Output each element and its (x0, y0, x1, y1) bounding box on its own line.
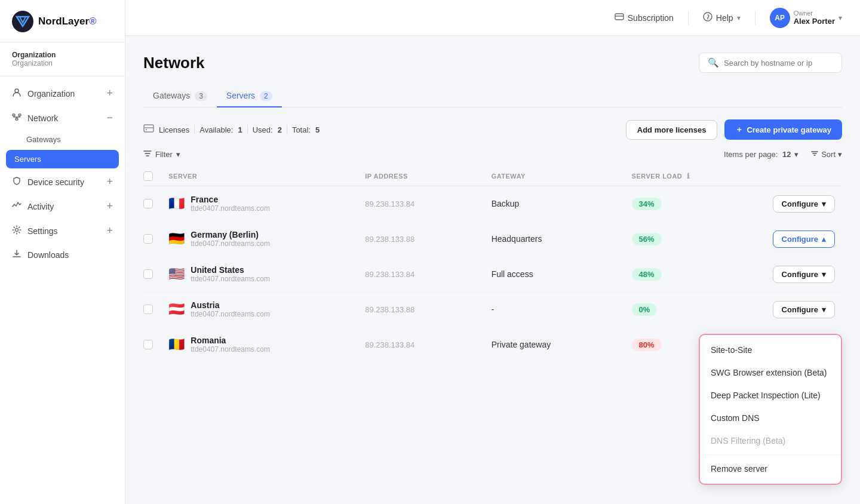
user-menu-btn[interactable]: AP Owner Alex Porter ▾ (770, 8, 842, 28)
content-area: Network 🔍 Gateways 3 Servers 2 (125, 36, 860, 504)
tab-servers[interactable]: Servers 2 (217, 85, 282, 107)
total-count: 5 (315, 125, 320, 134)
tab-servers-label: Servers (226, 91, 255, 100)
col-header-gateway: GATEWAY (492, 167, 632, 186)
server-ip-1: 89.238.133.88 (365, 235, 414, 244)
configure-btn-0[interactable]: Configure ▾ (773, 195, 835, 213)
svg-rect-6 (615, 14, 624, 20)
filter-button[interactable]: Filter ▾ (143, 149, 180, 159)
sidebar-item-downloads[interactable]: Downloads (0, 243, 125, 267)
svg-point-9 (146, 129, 147, 130)
row-checkbox-0[interactable] (143, 199, 153, 208)
col-header-ip: IP ADDRESS (365, 167, 491, 186)
topbar: Subscription Help ▾ AP Owner Alex Porter… (125, 0, 860, 36)
server-load-1: 56% (632, 233, 662, 245)
server-name-cell-0: 🇫🇷 France ttde0407.nordteams.com (168, 195, 358, 213)
server-name-cell-3: 🇦🇹 Austria ttde0407.nordteams.com (168, 300, 358, 318)
user-info: Owner Alex Porter (794, 10, 835, 26)
dropdown-swg-browser[interactable]: SWG Browser extension (Beta) (700, 361, 841, 384)
toolbar-left: Licenses Available: 1 Used: 2 Total: 5 (143, 123, 320, 136)
server-name-info-1: Germany (Berlin) ttde0407.nordteams.com (191, 230, 270, 248)
dropdown-remove-server[interactable]: Remove server (700, 457, 841, 480)
select-all-checkbox[interactable] (143, 171, 153, 181)
activity-add-btn[interactable]: + (106, 200, 113, 213)
device-security-icon (12, 176, 22, 188)
network-icon (12, 112, 22, 124)
network-collapse-btn[interactable]: − (106, 112, 113, 124)
create-gateway-plus-icon: ＋ (735, 124, 743, 135)
subscription-btn[interactable]: Subscription (615, 12, 674, 24)
sidebar-item-organization[interactable]: Organization + (0, 81, 125, 106)
server-load-3: 0% (632, 303, 658, 316)
org-label: Organization (12, 51, 113, 59)
device-security-add-btn[interactable]: + (106, 176, 113, 188)
sidebar-item-device-security-label: Device security (27, 177, 84, 187)
sidebar-item-settings[interactable]: Settings + (0, 219, 125, 243)
create-private-gateway-button[interactable]: ＋ Create private gateway (724, 119, 842, 140)
servers-table: SERVER IP ADDRESS GATEWAY SERVER LOAD ℹ (143, 167, 842, 362)
server-ip-2: 89.238.133.84 (365, 270, 414, 279)
configure-btn-1[interactable]: Configure ▴ (773, 231, 835, 248)
sidebar-item-network[interactable]: Network − (0, 106, 125, 130)
tab-gateways-count: 3 (195, 91, 207, 101)
col-header-load: SERVER LOAD ℹ (632, 167, 744, 186)
sort-button[interactable]: Sort ▾ (810, 149, 842, 159)
row-checkbox-4[interactable] (143, 340, 153, 349)
configure-chevron-icon-1: ▴ (822, 235, 826, 244)
configure-label-1: Configure (782, 235, 818, 244)
configure-label-0: Configure (782, 199, 818, 208)
licenses-label: Licenses (159, 125, 189, 134)
dropdown-deep-packet[interactable]: Deep Packet Inspection (Lite) (700, 384, 841, 407)
table-row: 🇦🇹 Austria ttde0407.nordteams.com 89.238… (143, 292, 842, 327)
dropdown-site-to-site[interactable]: Site-to-Site (700, 339, 841, 361)
col-header-server: SERVER (168, 167, 365, 186)
row-checkbox-3[interactable] (143, 305, 153, 314)
server-name-cell-2: 🇺🇸 United States ttde0407.nordteams.com (168, 265, 358, 283)
help-btn[interactable]: Help ▾ (703, 12, 741, 24)
dropdown-dns-filtering[interactable]: DNS Filtering (Beta) (700, 429, 841, 452)
sort-chevron-icon: ▾ (838, 150, 842, 159)
configure-label-3: Configure (782, 305, 818, 314)
server-flag-3: 🇦🇹 (168, 302, 185, 317)
filter-sort-row: Filter ▾ Items per page: 12 ▾ Sort ▾ (143, 149, 842, 159)
sidebar-item-servers[interactable]: Servers (6, 150, 119, 168)
server-host-3: ttde0407.nordteams.com (191, 310, 270, 318)
search-box[interactable]: 🔍 (699, 53, 842, 73)
sidebar-item-gateways[interactable]: Gateways (0, 130, 125, 149)
used-label: Used: (253, 125, 273, 134)
row-checkbox-2[interactable] (143, 269, 153, 279)
org-section: Organization Organization (0, 42, 125, 76)
search-input[interactable] (724, 59, 833, 67)
server-gateway-3: - (492, 305, 494, 314)
sidebar-nav: Organization + Network − Gateways Server… (0, 76, 125, 504)
items-per-page-chevron-icon[interactable]: ▾ (794, 150, 798, 159)
settings-add-btn[interactable]: + (106, 225, 113, 237)
tabs-container: Gateways 3 Servers 2 (143, 85, 842, 107)
row-checkbox-1[interactable] (143, 234, 153, 244)
total-label: Total: (292, 125, 311, 134)
configure-btn-3[interactable]: Configure ▾ (773, 301, 835, 318)
page-title: Network (143, 54, 205, 72)
user-avatar: AP (770, 8, 790, 28)
sidebar-item-activity[interactable]: Activity + (0, 194, 125, 219)
tab-gateways[interactable]: Gateways 3 (143, 85, 217, 107)
downloads-icon (12, 249, 22, 261)
organization-add-btn[interactable]: + (106, 87, 113, 100)
svg-point-7 (704, 13, 712, 21)
server-ip-4: 89.238.133.84 (365, 340, 414, 349)
used-count: 2 (278, 125, 282, 134)
server-name-info-4: Romania ttde0407.nordteams.com (191, 336, 270, 354)
create-gateway-label: Create private gateway (747, 125, 831, 134)
col-header-action (744, 167, 843, 186)
server-ip-0: 89.238.133.84 (365, 199, 414, 208)
configure-chevron-icon-3: ▾ (822, 305, 826, 314)
add-more-licenses-button[interactable]: Add more licenses (626, 120, 718, 140)
server-host-0: ttde0407.nordteams.com (191, 204, 270, 213)
dropdown-custom-dns[interactable]: Custom DNS (700, 407, 841, 429)
configure-btn-2[interactable]: Configure ▾ (773, 266, 835, 283)
help-icon (703, 12, 712, 24)
search-icon: 🔍 (708, 57, 719, 68)
toolbar-right: Add more licenses ＋ Create private gatew… (626, 119, 842, 140)
sidebar-item-activity-label: Activity (27, 202, 54, 211)
sidebar-item-device-security[interactable]: Device security + (0, 170, 125, 194)
